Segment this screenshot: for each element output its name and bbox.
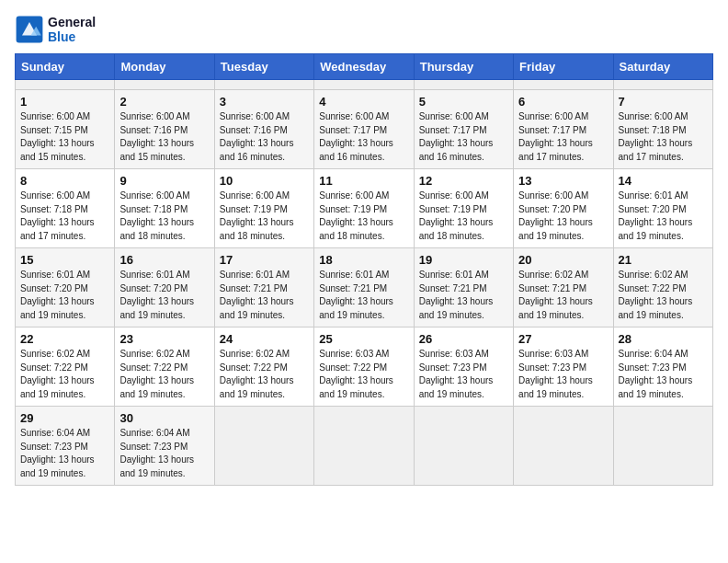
day-number: 19 (419, 253, 508, 267)
calendar-cell: 25Sunrise: 6:03 AMSunset: 7:22 PMDayligh… (314, 327, 414, 407)
day-info: Sunrise: 6:00 AMSunset: 7:18 PMDaylight:… (119, 190, 209, 243)
calendar-cell: 20Sunrise: 6:02 AMSunset: 7:21 PMDayligh… (514, 248, 613, 327)
calendar-cell: 28Sunrise: 6:04 AMSunset: 7:23 PMDayligh… (613, 327, 712, 407)
calendar-cell: 2Sunrise: 6:00 AMSunset: 7:16 PMDaylight… (115, 90, 214, 169)
day-info: Sunrise: 6:01 AMSunset: 7:21 PMDaylight:… (319, 269, 408, 322)
calendar-cell: 7Sunrise: 6:00 AMSunset: 7:18 PMDaylight… (613, 90, 712, 169)
calendar-cell (414, 80, 513, 90)
day-number: 1 (20, 95, 109, 109)
weekday-header: Saturday (613, 54, 712, 80)
day-number: 15 (20, 253, 109, 267)
calendar-cell (613, 80, 712, 90)
day-number: 18 (319, 253, 408, 267)
day-number: 7 (619, 95, 708, 109)
day-number: 8 (20, 174, 109, 188)
calendar-cell: 10Sunrise: 6:00 AMSunset: 7:19 PMDayligh… (214, 169, 313, 248)
calendar-cell: 1Sunrise: 6:00 AMSunset: 7:15 PMDaylight… (16, 90, 115, 169)
day-number: 26 (419, 332, 508, 346)
calendar-cell (514, 407, 613, 486)
day-number: 21 (619, 253, 708, 267)
calendar-cell: 12Sunrise: 6:00 AMSunset: 7:19 PMDayligh… (414, 169, 513, 248)
day-info: Sunrise: 6:00 AMSunset: 7:18 PMDaylight:… (619, 110, 708, 164)
calendar-cell: 5Sunrise: 6:00 AMSunset: 7:17 PMDaylight… (414, 90, 513, 169)
calendar-cell (214, 407, 313, 486)
calendar-cell: 8Sunrise: 6:00 AMSunset: 7:18 PMDaylight… (16, 169, 115, 248)
weekday-header: Tuesday (214, 54, 313, 80)
calendar-week-row: 29Sunrise: 6:04 AMSunset: 7:23 PMDayligh… (16, 407, 713, 486)
calendar-cell (514, 80, 613, 90)
calendar-week-row (16, 80, 713, 90)
calendar-cell: 11Sunrise: 6:00 AMSunset: 7:19 PMDayligh… (314, 169, 414, 248)
day-number: 4 (319, 95, 408, 109)
calendar-cell: 13Sunrise: 6:00 AMSunset: 7:20 PMDayligh… (514, 169, 613, 248)
calendar-cell: 6Sunrise: 6:00 AMSunset: 7:17 PMDaylight… (514, 90, 613, 169)
calendar-cell: 27Sunrise: 6:03 AMSunset: 7:23 PMDayligh… (514, 327, 613, 407)
day-number: 6 (518, 95, 608, 109)
day-number: 9 (119, 174, 209, 188)
day-info: Sunrise: 6:04 AMSunset: 7:23 PMDaylight:… (119, 427, 209, 480)
calendar-cell: 30Sunrise: 6:04 AMSunset: 7:23 PMDayligh… (115, 407, 214, 486)
calendar-cell: 17Sunrise: 6:01 AMSunset: 7:21 PMDayligh… (214, 248, 313, 327)
calendar-week-row: 8Sunrise: 6:00 AMSunset: 7:18 PMDaylight… (16, 169, 713, 248)
weekday-header: Sunday (16, 54, 115, 80)
day-info: Sunrise: 6:01 AMSunset: 7:21 PMDaylight:… (419, 269, 508, 322)
day-number: 30 (119, 411, 209, 425)
day-info: Sunrise: 6:01 AMSunset: 7:21 PMDaylight:… (220, 269, 309, 322)
calendar-cell: 9Sunrise: 6:00 AMSunset: 7:18 PMDaylight… (115, 169, 214, 248)
day-number: 24 (220, 332, 309, 346)
calendar-cell: 18Sunrise: 6:01 AMSunset: 7:21 PMDayligh… (314, 248, 414, 327)
day-number: 3 (220, 95, 309, 109)
calendar-table: SundayMondayTuesdayWednesdayThursdayFrid… (15, 53, 713, 486)
calendar-week-row: 15Sunrise: 6:01 AMSunset: 7:20 PMDayligh… (16, 248, 713, 327)
day-number: 25 (319, 332, 408, 346)
calendar-cell (314, 80, 414, 90)
day-number: 13 (518, 174, 608, 188)
calendar-cell (613, 407, 712, 486)
calendar-cell: 14Sunrise: 6:01 AMSunset: 7:20 PMDayligh… (613, 169, 712, 248)
day-number: 29 (20, 411, 109, 425)
day-number: 5 (419, 95, 508, 109)
day-info: Sunrise: 6:00 AMSunset: 7:19 PMDaylight:… (319, 190, 408, 243)
logo-icon (15, 15, 44, 44)
logo: General Blue (15, 15, 96, 44)
day-info: Sunrise: 6:00 AMSunset: 7:17 PMDaylight:… (518, 110, 608, 164)
day-number: 20 (518, 253, 608, 267)
calendar-week-row: 22Sunrise: 6:02 AMSunset: 7:22 PMDayligh… (16, 327, 713, 407)
weekday-header: Thursday (414, 54, 513, 80)
day-number: 28 (619, 332, 708, 346)
calendar-cell (16, 80, 115, 90)
calendar-cell: 19Sunrise: 6:01 AMSunset: 7:21 PMDayligh… (414, 248, 513, 327)
calendar-cell: 16Sunrise: 6:01 AMSunset: 7:20 PMDayligh… (115, 248, 214, 327)
calendar-cell (414, 407, 513, 486)
day-info: Sunrise: 6:00 AMSunset: 7:18 PMDaylight:… (20, 190, 109, 243)
day-info: Sunrise: 6:00 AMSunset: 7:20 PMDaylight:… (518, 190, 608, 243)
calendar-week-row: 1Sunrise: 6:00 AMSunset: 7:15 PMDaylight… (16, 90, 713, 169)
day-info: Sunrise: 6:02 AMSunset: 7:22 PMDaylight:… (619, 269, 708, 322)
calendar-cell: 3Sunrise: 6:00 AMSunset: 7:16 PMDaylight… (214, 90, 313, 169)
day-number: 16 (119, 253, 209, 267)
calendar-cell (314, 407, 414, 486)
day-info: Sunrise: 6:00 AMSunset: 7:19 PMDaylight:… (220, 190, 309, 243)
day-info: Sunrise: 6:02 AMSunset: 7:21 PMDaylight:… (518, 269, 608, 322)
day-info: Sunrise: 6:00 AMSunset: 7:16 PMDaylight:… (119, 110, 209, 164)
calendar-cell: 4Sunrise: 6:00 AMSunset: 7:17 PMDaylight… (314, 90, 414, 169)
calendar-cell: 21Sunrise: 6:02 AMSunset: 7:22 PMDayligh… (613, 248, 712, 327)
day-info: Sunrise: 6:01 AMSunset: 7:20 PMDaylight:… (119, 269, 209, 322)
day-number: 10 (220, 174, 309, 188)
day-number: 17 (220, 253, 309, 267)
calendar-cell: 22Sunrise: 6:02 AMSunset: 7:22 PMDayligh… (16, 327, 115, 407)
day-number: 12 (419, 174, 508, 188)
day-info: Sunrise: 6:02 AMSunset: 7:22 PMDaylight:… (119, 348, 209, 401)
calendar-cell: 29Sunrise: 6:04 AMSunset: 7:23 PMDayligh… (16, 407, 115, 486)
weekday-header: Monday (115, 54, 214, 80)
day-info: Sunrise: 6:00 AMSunset: 7:16 PMDaylight:… (220, 110, 309, 164)
calendar-cell: 15Sunrise: 6:01 AMSunset: 7:20 PMDayligh… (16, 248, 115, 327)
day-info: Sunrise: 6:04 AMSunset: 7:23 PMDaylight:… (619, 348, 708, 401)
day-info: Sunrise: 6:01 AMSunset: 7:20 PMDaylight:… (619, 190, 708, 243)
day-info: Sunrise: 6:03 AMSunset: 7:23 PMDaylight:… (419, 348, 508, 401)
day-info: Sunrise: 6:03 AMSunset: 7:22 PMDaylight:… (319, 348, 408, 401)
day-number: 11 (319, 174, 408, 188)
calendar-cell: 23Sunrise: 6:02 AMSunset: 7:22 PMDayligh… (115, 327, 214, 407)
day-info: Sunrise: 6:02 AMSunset: 7:22 PMDaylight:… (220, 348, 309, 401)
day-number: 2 (119, 95, 209, 109)
